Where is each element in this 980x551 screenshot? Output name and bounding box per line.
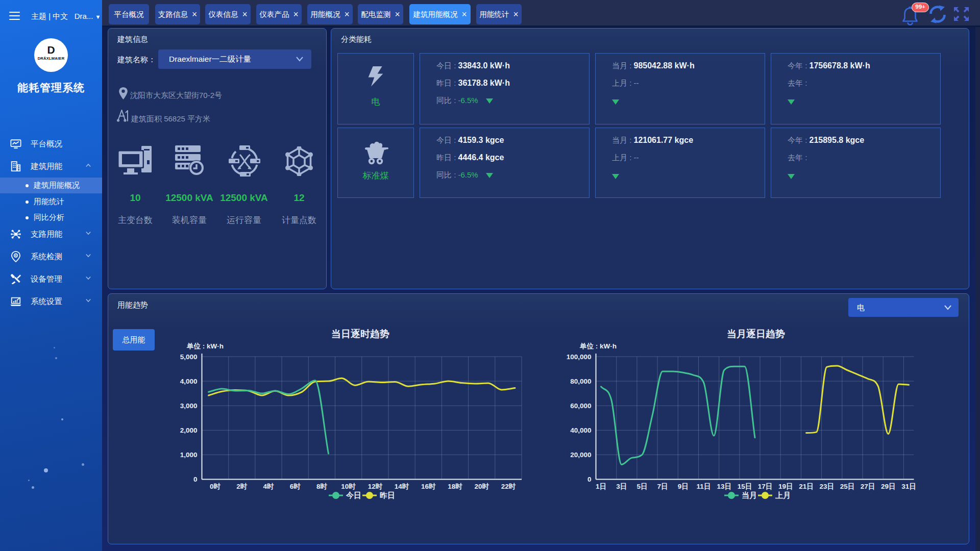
svg-text:20,000: 20,000 — [570, 451, 591, 459]
svg-text:25日: 25日 — [840, 483, 855, 490]
svg-text:19日: 19日 — [778, 483, 793, 490]
svg-text:0时: 0时 — [210, 483, 221, 490]
svg-text:27日: 27日 — [861, 483, 875, 490]
svg-text:21日: 21日 — [799, 483, 814, 490]
svg-text:13日: 13日 — [717, 483, 731, 490]
svg-text:5日: 5日 — [636, 483, 647, 490]
svg-text:40,000: 40,000 — [570, 427, 591, 434]
svg-text:4,000: 4,000 — [180, 378, 198, 385]
svg-text:当日逐时趋势: 当日逐时趋势 — [331, 329, 389, 339]
svg-text:昨日: 昨日 — [380, 491, 395, 499]
svg-text:单位 : kW·h: 单位 : kW·h — [186, 342, 224, 350]
svg-text:当月逐日趋势: 当月逐日趋势 — [727, 329, 785, 339]
svg-text:1,000: 1,000 — [180, 451, 198, 459]
svg-text:16时: 16时 — [421, 483, 436, 490]
svg-text:31日: 31日 — [901, 483, 916, 490]
svg-text:23日: 23日 — [819, 483, 834, 490]
svg-text:60,000: 60,000 — [570, 402, 591, 410]
svg-text:29日: 29日 — [881, 483, 896, 490]
svg-text:8时: 8时 — [316, 483, 328, 490]
svg-text:4时: 4时 — [263, 483, 274, 490]
svg-text:100,000: 100,000 — [567, 353, 592, 361]
svg-text:5,000: 5,000 — [180, 353, 198, 361]
svg-text:0: 0 — [587, 475, 592, 483]
svg-text:7日: 7日 — [657, 483, 668, 490]
svg-text:6时: 6时 — [290, 483, 301, 490]
svg-text:2,000: 2,000 — [180, 427, 198, 434]
svg-text:15日: 15日 — [738, 483, 752, 490]
svg-text:今日: 今日 — [346, 491, 361, 499]
svg-text:0: 0 — [193, 475, 198, 483]
svg-text:上月: 上月 — [775, 491, 791, 499]
svg-text:20时: 20时 — [474, 483, 489, 490]
svg-text:当月: 当月 — [742, 491, 757, 499]
svg-text:3,000: 3,000 — [180, 402, 198, 410]
svg-text:17日: 17日 — [758, 483, 773, 490]
svg-text:1日: 1日 — [596, 483, 606, 490]
svg-text:9日: 9日 — [678, 483, 689, 490]
svg-text:单位 : kW·h: 单位 : kW·h — [579, 342, 617, 350]
svg-text:12时: 12时 — [368, 483, 383, 490]
svg-text:80,000: 80,000 — [570, 378, 591, 385]
svg-text:3日: 3日 — [616, 483, 627, 490]
svg-text:18时: 18时 — [448, 483, 462, 490]
svg-text:14时: 14时 — [395, 483, 409, 490]
svg-text:11日: 11日 — [697, 483, 711, 490]
svg-text:22时: 22时 — [501, 483, 516, 490]
svg-text:10时: 10时 — [341, 483, 356, 490]
svg-text:2时: 2时 — [236, 483, 248, 490]
